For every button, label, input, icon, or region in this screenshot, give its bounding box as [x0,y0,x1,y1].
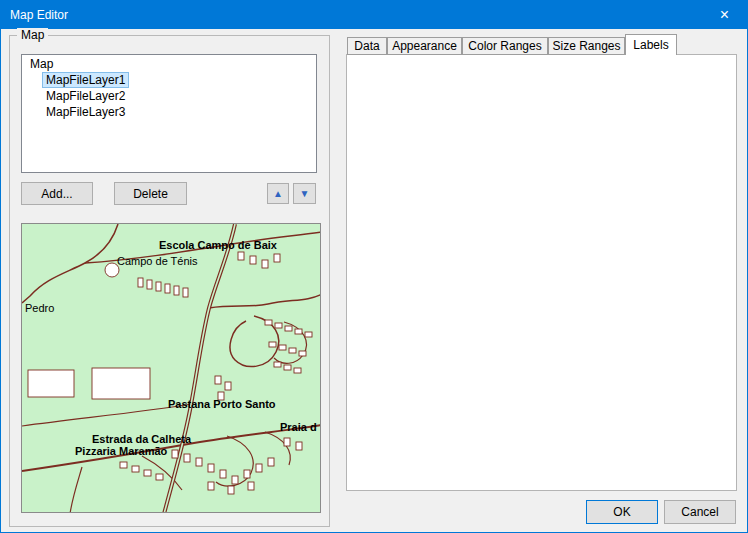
labels-tab-panel [346,54,737,491]
move-up-button[interactable]: ▲ [267,183,289,204]
tree-item-layer1[interactable]: MapFileLayer1 [22,73,316,89]
title-bar[interactable]: Map Editor × [1,1,747,29]
tree-item-label: MapFileLayer3 [43,105,128,119]
add-button[interactable]: Add... [21,182,93,205]
tree-item-label-selected: MapFileLayer1 [43,73,128,87]
map-canvas [22,224,321,513]
up-arrow-icon: ▲ [273,189,283,199]
tree-item-map-root[interactable]: Map [22,57,316,73]
map-place-label: Escola Campo de Baix [159,239,277,251]
tree-item-label: MapFileLayer2 [43,89,128,103]
map-place-label: Pedro [25,302,54,314]
map-place-label: Pastana Porto Santo [168,398,276,410]
close-icon[interactable]: × [702,1,747,29]
tree-item-layer3[interactable]: MapFileLayer3 [22,105,316,121]
map-preview: Escola Campo de Baix Campo de Ténis Pedr… [21,223,321,513]
map-place-label: Pizzaria Maramão [75,445,167,457]
ok-button[interactable]: OK [586,500,658,524]
tab-size-ranges[interactable]: Size Ranges [548,37,625,55]
map-place-label: Estrada da Calheta [92,433,191,445]
down-arrow-icon: ▼ [300,189,310,199]
tab-color-ranges[interactable]: Color Ranges [462,37,548,55]
window-title: Map Editor [10,1,68,29]
map-editor-dialog: Map Editor × Map Map MapFileLayer1 MapFi… [0,0,748,533]
layer-tree: Map MapFileLayer1 MapFileLayer2 MapFileL… [21,54,317,173]
map-groupbox-label: Map [17,28,48,42]
tab-appearance[interactable]: Appearance [387,37,462,55]
map-place-label: Campo de Ténis [117,255,198,267]
tab-data[interactable]: Data [347,37,387,55]
delete-button[interactable]: Delete [114,182,187,205]
tab-labels[interactable]: Labels [625,34,677,55]
map-place-label: Praia d [280,421,317,433]
tree-item-layer2[interactable]: MapFileLayer2 [22,89,316,105]
cancel-button[interactable]: Cancel [664,500,736,524]
tree-item-label: Map [27,57,56,71]
move-down-button[interactable]: ▼ [293,183,316,204]
